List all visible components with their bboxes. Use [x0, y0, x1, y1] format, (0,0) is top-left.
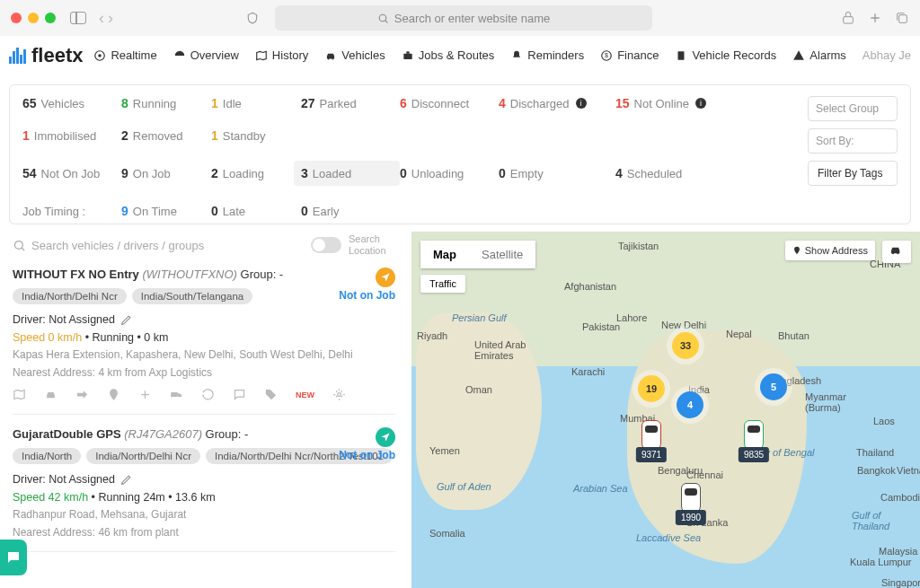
stat-ontime[interactable]: 9On Time — [121, 204, 211, 218]
address-bar[interactable]: Search or enter website name — [275, 5, 652, 31]
group-chip[interactable]: India/North/Delhi Ncr — [86, 448, 200, 464]
vehicle-marker[interactable]: 9835 — [744, 420, 764, 451]
target-icon — [93, 49, 106, 62]
map-cluster[interactable]: 5 — [760, 373, 787, 400]
show-address-button[interactable]: Show Address — [785, 241, 875, 260]
search-location-toggle[interactable] — [311, 237, 341, 253]
map-cluster[interactable]: 33 — [672, 332, 699, 359]
close-window[interactable] — [11, 13, 22, 23]
stat-early[interactable]: 0Early — [301, 204, 400, 218]
tag-action-icon[interactable] — [264, 388, 278, 401]
stats-grid: 65Vehicles 8Running 1Idle 27Parked 6Disc… — [22, 96, 795, 218]
stat-empty[interactable]: 0Empty — [499, 166, 615, 180]
nav-user[interactable]: Abhay Je — [862, 48, 911, 62]
back-button[interactable]: ‹ — [99, 9, 104, 28]
svg-point-15 — [897, 252, 898, 254]
vehicle-filter-button[interactable] — [882, 241, 911, 263]
edit-icon[interactable] — [120, 314, 132, 326]
address-placeholder: Search or enter website name — [394, 12, 550, 25]
truck-action-icon[interactable] — [170, 388, 183, 401]
nav-realtime[interactable]: Realtime — [93, 48, 156, 62]
maximize-window[interactable] — [45, 13, 56, 23]
vehicle-marker[interactable]: 1990 — [681, 483, 701, 513]
stat-scheduled[interactable]: 4Scheduled — [615, 166, 723, 180]
map[interactable]: Map Satellite Traffic Show Address Afgha… — [411, 232, 920, 588]
search-input[interactable]: Search vehicles / drivers / groups — [13, 239, 304, 252]
stat-vehicles[interactable]: 65Vehicles — [22, 96, 121, 110]
logo[interactable]: fleetx — [9, 44, 83, 67]
nav-finance[interactable]: $Finance — [600, 48, 659, 62]
stat-disconnect[interactable]: 6Disconnect — [400, 96, 499, 110]
group-chip[interactable]: India/North — [13, 448, 81, 464]
select-group-dropdown[interactable]: Select Group — [808, 96, 898, 121]
nav-overview[interactable]: Overview — [173, 48, 239, 62]
svg-point-14 — [892, 252, 894, 254]
nav-history[interactable]: History — [255, 48, 308, 62]
nav-records[interactable]: Vehicle Records — [675, 48, 776, 62]
comment-action-icon[interactable] — [233, 388, 246, 401]
forward-button[interactable]: › — [108, 9, 113, 28]
traffic-button[interactable]: Traffic — [420, 275, 465, 293]
location-action-icon[interactable] — [107, 388, 120, 401]
sidebar-toggle-icon[interactable] — [70, 12, 86, 24]
group-chip[interactable]: India/South/Telangana — [132, 288, 252, 304]
stat-unloading[interactable]: 0Unloading — [400, 166, 499, 180]
vehicle-marker[interactable]: 9371 — [641, 420, 661, 451]
privacy-shield-icon[interactable] — [246, 11, 259, 25]
add-action-icon[interactable] — [138, 388, 152, 401]
stat-notonjob[interactable]: 54Not On Job — [22, 166, 121, 180]
stat-standby[interactable]: 1Standby — [211, 128, 301, 143]
stat-late[interactable]: 0Late — [211, 204, 301, 218]
chat-fab[interactable] — [0, 540, 27, 575]
tabs-icon[interactable] — [895, 11, 909, 25]
nav-alarms[interactable]: Alarms — [792, 48, 845, 62]
vehicle-card[interactable]: Not on Job GujaratDouble GPS (RJ47GA2607… — [13, 427, 395, 552]
settings-action-icon[interactable] — [332, 388, 346, 401]
new-tab-icon[interactable] — [868, 11, 882, 25]
vehicle-marker-id: 9835 — [739, 447, 769, 462]
share-action-icon[interactable] — [75, 388, 89, 401]
edit-icon[interactable] — [120, 474, 132, 486]
stat-discharged[interactable]: 4Dischargedi — [499, 96, 615, 110]
svg-point-11 — [15, 241, 23, 249]
car-action-icon[interactable] — [44, 388, 58, 401]
dashboard-icon — [173, 49, 186, 62]
minimize-window[interactable] — [28, 13, 39, 23]
svg-rect-7 — [403, 53, 411, 58]
nav-reminders[interactable]: Reminders — [510, 48, 584, 62]
map-action-icon[interactable] — [13, 388, 26, 401]
share-icon[interactable] — [841, 11, 855, 25]
stat-running[interactable]: 8Running — [121, 96, 211, 110]
info-icon[interactable]: i — [576, 98, 587, 109]
stat-idle[interactable]: 1Idle — [211, 96, 301, 110]
navigation-icon — [376, 427, 395, 447]
satellite-tab[interactable]: Satellite — [469, 241, 535, 268]
nav-arrows: ‹ › — [99, 9, 113, 28]
stat-parked[interactable]: 27Parked — [301, 96, 400, 110]
nav-jobs[interactable]: Jobs & Routes — [402, 48, 495, 62]
nav-vehicles[interactable]: Vehicles — [324, 48, 385, 62]
stat-onjob[interactable]: 9On Job — [121, 166, 211, 180]
stat-notonline[interactable]: 15Not Onlinei — [615, 96, 723, 110]
job-status-text: Not on Job — [339, 289, 395, 302]
stat-removed[interactable]: 2Removed — [121, 128, 211, 143]
map-tab[interactable]: Map — [420, 241, 469, 268]
search-icon — [377, 13, 389, 24]
group-chip[interactable]: India/North/Delhi Ncr — [13, 288, 127, 304]
undo-action-icon[interactable] — [201, 388, 215, 401]
svg-rect-1 — [844, 17, 854, 23]
vehicle-address: Kapas Hera Extension, Kapashera, New Del… — [13, 347, 395, 363]
stat-loaded[interactable]: 3Loaded — [294, 161, 400, 186]
map-cluster[interactable]: 19 — [638, 375, 665, 402]
job-status-pill: Not on Job — [339, 268, 395, 302]
info-icon[interactable]: i — [695, 98, 706, 109]
map-cluster[interactable]: 4 — [677, 391, 703, 418]
sort-by-dropdown[interactable]: Sort By: — [808, 128, 898, 154]
stat-immobilised[interactable]: 1Immobilised — [22, 128, 121, 143]
stat-loading[interactable]: 2Loading — [211, 166, 301, 180]
speed-row: Speed 42 km/h • Running 24m • 13.6 km — [13, 491, 395, 504]
filter-tags-button[interactable]: Filter By Tags — [808, 161, 898, 186]
bell-icon — [510, 49, 523, 62]
svg-point-6 — [332, 57, 334, 59]
vehicle-card[interactable]: Not on Job WITHOUT FX NO Entry (WITHOUTF… — [13, 268, 395, 415]
